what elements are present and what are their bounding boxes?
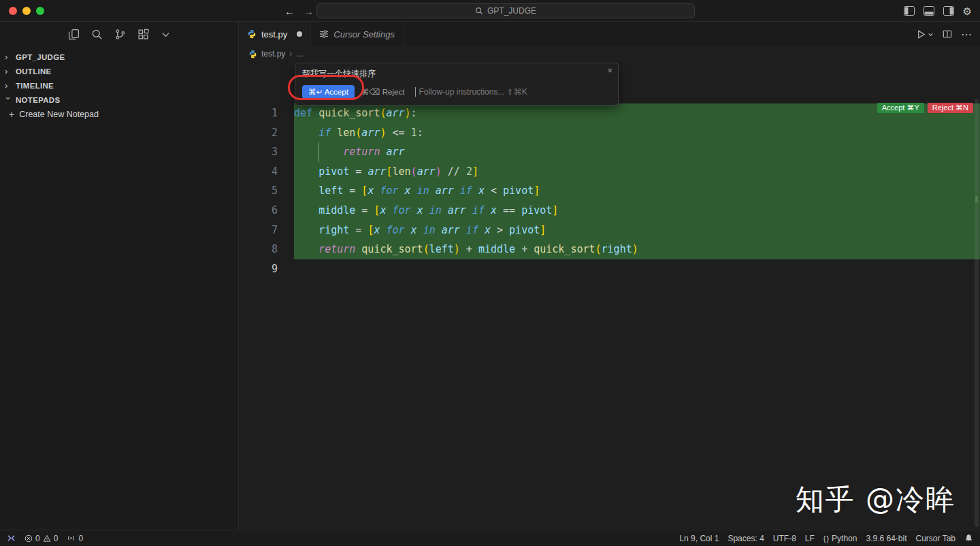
breadcrumb-file[interactable]: test.py	[261, 49, 285, 59]
status-cursor-tab[interactable]: Cursor Tab	[916, 534, 956, 543]
notifications-bell-icon[interactable]	[964, 534, 973, 543]
text-caret	[415, 87, 416, 97]
chevron-icon: ›	[5, 52, 12, 62]
ports-indicator[interactable]: 0	[67, 534, 83, 543]
code-area: 帮我写一个快速排序 ⌘↵ Accept ⌘⌫ Reject Follow-up …	[239, 61, 980, 530]
sliders-icon	[319, 29, 329, 39]
code-line[interactable]: 5 left = [x for x in arr if x < pivot]	[239, 181, 980, 201]
editor-scrollbar[interactable]	[973, 61, 980, 530]
problems-indicator[interactable]: 0 0	[24, 534, 58, 543]
modified-dot-icon[interactable]	[297, 31, 302, 37]
braces-icon: { }	[823, 534, 829, 543]
line-number: 1	[239, 103, 294, 123]
command-center-search[interactable]: GPT_JUDGE	[316, 3, 695, 18]
editor-group: test.py Cursor Settings	[239, 22, 980, 530]
create-new-notepad-label: Create New Notepad	[19, 110, 99, 119]
diff-accept-badge[interactable]: Accept ⌘Y	[877, 103, 924, 113]
inline-chat-popup: 帮我写一个快速排序 ⌘↵ Accept ⌘⌫ Reject Follow-up …	[295, 63, 619, 106]
toggle-secondary-sidebar-button[interactable]	[943, 6, 954, 16]
code-line[interactable]: 7 right = [x for x in arr if x > pivot]	[239, 221, 980, 240]
search-icon	[475, 7, 483, 15]
chevron-down-icon[interactable]	[161, 29, 171, 39]
status-eol[interactable]: LF	[805, 534, 815, 543]
plus-icon: +	[9, 109, 14, 120]
code-line[interactable]: 4 pivot = arr[len(arr) // 2]	[239, 162, 980, 182]
sidebar-item-notepads[interactable]: ›NOTEPADS	[0, 93, 238, 107]
tab-cursor-settings[interactable]: Cursor Settings	[311, 22, 404, 46]
status-cursor-position[interactable]: Ln 9, Col 1	[679, 534, 719, 543]
minimize-window-button[interactable]	[22, 7, 31, 15]
chevron-right-icon: ›	[289, 49, 292, 59]
code-line[interactable]: 1def quick_sort(arr):	[239, 103, 980, 123]
toggle-primary-sidebar-button[interactable]	[904, 6, 915, 16]
line-content[interactable]: left = [x for x in arr if x < pivot]	[294, 181, 980, 201]
overview-ruler-marker	[975, 196, 978, 202]
code-line[interactable]: 3 return arr	[239, 142, 980, 162]
tree-item-label: NOTEPADS	[16, 96, 60, 104]
sidebar-item-gpt-judge[interactable]: ›GPT_JUDGE	[0, 50, 238, 64]
chevron-icon: ›	[5, 80, 12, 91]
code-lines: 1def quick_sort(arr):2 if len(arr) <= 1:…	[239, 103, 980, 278]
line-content[interactable]: pivot = arr[len(arr) // 2]	[294, 162, 980, 182]
status-indentation[interactable]: Spaces: 4	[728, 534, 764, 543]
code-line[interactable]: 9	[239, 259, 980, 279]
tree-item-label: GPT_JUDGE	[16, 53, 65, 61]
zoom-window-button[interactable]	[36, 7, 44, 15]
line-content[interactable]	[294, 259, 980, 279]
forward-button[interactable]: →	[304, 5, 314, 17]
extensions-icon[interactable]	[137, 29, 149, 40]
chevron-icon: ›	[3, 97, 14, 104]
diff-action-badges: Accept ⌘Y Reject ⌘N	[877, 103, 973, 113]
reject-button[interactable]: ⌘⌫ Reject	[361, 87, 405, 97]
python-file-icon	[248, 50, 257, 59]
settings-gear-button[interactable]: ⚙	[963, 6, 972, 16]
run-python-file-button[interactable]	[916, 29, 934, 39]
traffic-lights	[9, 7, 44, 15]
code-line[interactable]: 6 middle = [x for x in arr if x == pivot…	[239, 201, 980, 221]
inline-chat-prompt: 帮我写一个快速排序	[302, 68, 611, 80]
titlebar-actions: ⚙	[904, 0, 972, 22]
more-actions-button[interactable]: ⋯	[961, 28, 972, 41]
source-control-icon[interactable]	[114, 29, 126, 40]
back-button[interactable]: ←	[284, 5, 295, 17]
toggle-panel-button[interactable]	[924, 6, 934, 16]
create-new-notepad-button[interactable]: + Create New Notepad	[0, 107, 238, 122]
search-icon[interactable]	[91, 29, 103, 40]
diff-reject-badge[interactable]: Reject ⌘N	[928, 103, 973, 113]
activity-bar	[0, 22, 238, 46]
accept-button[interactable]: ⌘↵ Accept	[302, 85, 355, 99]
breadcrumb[interactable]: test.py › ...	[239, 46, 980, 61]
close-icon[interactable]: ×	[607, 65, 612, 76]
line-content[interactable]: return arr	[294, 142, 980, 162]
tree-item-label: TIMELINE	[16, 82, 54, 90]
line-content[interactable]: middle = [x for x in arr if x == pivot]	[294, 201, 980, 221]
status-bar: 0 0 0 Ln 9, Col 1 Spaces: 4 UTF-8 LF { }…	[0, 530, 980, 546]
sidebar-item-timeline[interactable]: ›TIMELINE	[0, 78, 238, 93]
status-python-interpreter[interactable]: 3.9.6 64-bit	[866, 534, 906, 543]
line-content[interactable]: right = [x for x in arr if x > pivot]	[294, 221, 980, 240]
remote-indicator[interactable]	[7, 534, 16, 543]
line-number: 9	[239, 259, 294, 279]
status-language[interactable]: { } Python	[823, 534, 858, 543]
code-line[interactable]: 8 return quick_sort(left) + middle + qui…	[239, 240, 980, 259]
files-icon[interactable]	[68, 29, 80, 40]
breadcrumb-more[interactable]: ...	[296, 49, 303, 59]
scrollbar-thumb[interactable]	[975, 99, 979, 527]
error-icon	[24, 534, 33, 543]
followup-input[interactable]: Follow-up instructions... ⇧⌘K	[415, 87, 527, 97]
line-content[interactable]: if len(arr) <= 1:	[294, 123, 980, 143]
tab-test-py[interactable]: test.py	[239, 22, 311, 46]
line-number: 7	[239, 221, 294, 240]
tab-label: test.py	[261, 29, 287, 39]
close-window-button[interactable]	[9, 7, 17, 15]
sidebar: ›GPT_JUDGE›OUTLINE›TIMELINE›NOTEPADS + C…	[0, 22, 239, 530]
warning-icon	[43, 534, 51, 543]
split-editor-button[interactable]	[943, 29, 952, 39]
history-navigation: ← →	[284, 0, 314, 22]
status-encoding[interactable]: UTF-8	[773, 534, 796, 543]
editor-actions: ⋯	[916, 22, 972, 46]
line-content[interactable]: return quick_sort(left) + middle + quick…	[294, 240, 980, 259]
code-line[interactable]: 2 if len(arr) <= 1:	[239, 123, 980, 143]
sidebar-item-outline[interactable]: ›OUTLINE	[0, 64, 238, 78]
tab-label: Cursor Settings	[333, 29, 395, 39]
